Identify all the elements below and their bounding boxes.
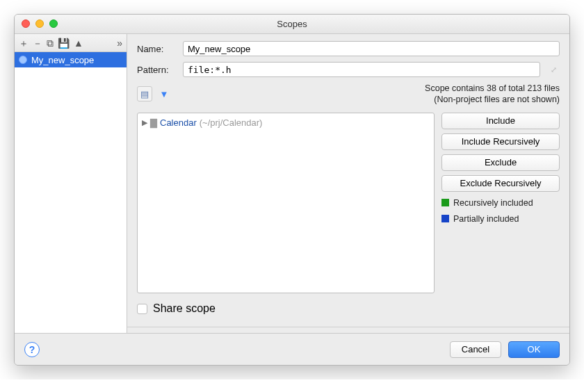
minimize-icon[interactable] xyxy=(35,19,44,28)
up-icon[interactable]: ▲ xyxy=(74,38,83,48)
ok-button[interactable]: OK xyxy=(508,341,560,358)
separator xyxy=(127,327,569,327)
share-scope-label: Share scope xyxy=(153,302,216,315)
dialog-body: ＋ － ⧉ 💾 ▲ » My_new_scope Name: Pa xyxy=(15,34,569,333)
tree-node-name: Calendar xyxy=(160,117,197,128)
scope-info-line2: (Non-project files are not shown) xyxy=(176,94,560,105)
legend-recursive-label: Recursively included xyxy=(453,198,533,208)
name-input[interactable] xyxy=(183,41,560,56)
scope-info-line1: Scope contains 38 of total 213 files xyxy=(176,83,560,94)
scope-info: Scope contains 38 of total 213 files (No… xyxy=(176,83,560,106)
sidebar-toolbar: ＋ － ⧉ 💾 ▲ » xyxy=(15,34,127,52)
copy-icon[interactable]: ⧉ xyxy=(47,38,54,48)
exclude-recursively-button[interactable]: Exclude Recursively xyxy=(441,175,560,192)
folder-icon: ▇ xyxy=(150,117,157,128)
main-panel: Name: Pattern: ⤢ ▤ ▼ Scope contains 38 o… xyxy=(127,34,569,333)
maximize-icon[interactable] xyxy=(49,19,58,28)
window-title: Scopes xyxy=(277,19,307,29)
filter-row: ▤ ▼ Scope contains 38 of total 213 files… xyxy=(137,83,560,106)
close-icon[interactable] xyxy=(22,19,30,28)
legend-recursive: Recursively included xyxy=(441,198,560,208)
include-exclude-buttons: Include Include Recursively Exclude Excl… xyxy=(441,113,560,294)
view-mode-icon[interactable]: ▤ xyxy=(137,86,152,101)
legend-square-green xyxy=(441,199,449,206)
share-row: Share scope xyxy=(137,299,560,318)
share-scope-checkbox[interactable] xyxy=(137,304,147,314)
legend-partial-label: Partially included xyxy=(453,214,519,224)
tree-area: ▶ ▇ Calendar (~/prj/Calendar) Include In… xyxy=(137,113,560,294)
list-item-label: My_new_scope xyxy=(31,55,94,65)
include-button[interactable]: Include xyxy=(441,113,560,129)
include-recursively-button[interactable]: Include Recursively xyxy=(441,133,560,150)
window-controls xyxy=(22,19,58,28)
titlebar: Scopes xyxy=(15,15,569,34)
filter-icon[interactable]: ▼ xyxy=(156,86,172,101)
scopes-list: My_new_scope xyxy=(15,52,127,333)
cancel-button[interactable]: Cancel xyxy=(450,341,501,358)
tree-row[interactable]: ▶ ▇ Calendar (~/prj/Calendar) xyxy=(142,117,430,128)
scopes-dialog: Scopes ＋ － ⧉ 💾 ▲ » My_new_scope Name: xyxy=(14,14,570,366)
legend-square-blue xyxy=(441,215,449,222)
sidebar: ＋ － ⧉ 💾 ▲ » My_new_scope xyxy=(15,34,127,333)
list-item[interactable]: My_new_scope xyxy=(15,52,127,67)
name-row: Name: xyxy=(137,41,560,56)
help-icon[interactable]: ? xyxy=(24,342,40,357)
scope-icon xyxy=(19,56,27,64)
file-tree[interactable]: ▶ ▇ Calendar (~/prj/Calendar) xyxy=(137,113,435,294)
more-icon[interactable]: » xyxy=(117,38,122,48)
dialog-footer: ? Cancel OK xyxy=(15,333,569,365)
remove-icon[interactable]: － xyxy=(33,38,42,48)
exclude-button[interactable]: Exclude xyxy=(441,154,560,171)
legend-partial: Partially included xyxy=(441,214,560,224)
tree-node-path: (~/prj/Calendar) xyxy=(200,117,263,128)
expand-icon[interactable]: ⤢ xyxy=(547,65,560,74)
name-label: Name: xyxy=(137,44,176,54)
chevron-right-icon[interactable]: ▶ xyxy=(142,118,147,127)
pattern-row: Pattern: ⤢ xyxy=(137,62,560,77)
add-icon[interactable]: ＋ xyxy=(19,38,29,48)
pattern-input[interactable] xyxy=(183,62,540,77)
save-icon[interactable]: 💾 xyxy=(58,38,70,48)
pattern-label: Pattern: xyxy=(137,65,176,75)
